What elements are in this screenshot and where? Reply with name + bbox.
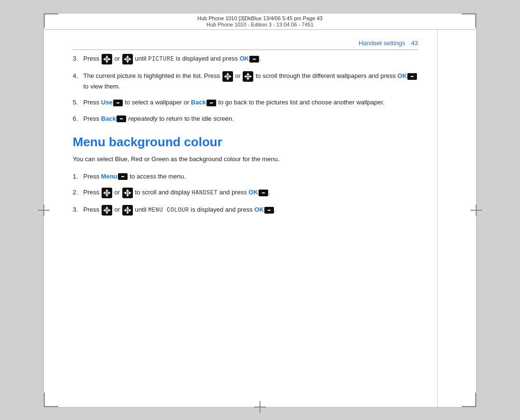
- blue-text: OK: [240, 55, 249, 62]
- section-intro: You can select Blue, Red or Green as the…: [73, 154, 418, 164]
- list-item-number: 1.: [73, 172, 83, 181]
- list-item: 5.Press Use to select a wallpaper or Bac…: [73, 98, 418, 107]
- page-title-bar: Handset settings 43: [73, 39, 418, 50]
- page-wrapper: Hub Phone 1010 [3]DkBlue 13/4/06 5:45 pm…: [43, 13, 477, 407]
- list-item: 2.Press or to scroll and display HANDSET…: [73, 188, 418, 198]
- list-item: 1.Press Menu to access the menu.: [73, 172, 418, 181]
- steps-list-bottom: 1.Press Menu to access the menu.2.Press …: [73, 172, 418, 216]
- list-item: 3.Press or until MENU COLOUR is displaye…: [73, 205, 418, 216]
- section-label: Handset settings: [359, 39, 405, 47]
- nav-button-icon: [102, 188, 112, 198]
- list-item-number: 5.: [73, 98, 83, 107]
- nav-button-icon: [122, 188, 133, 198]
- list-item-content: Press Back repeatedly to return to the i…: [83, 114, 418, 124]
- list-item-number: 2.: [73, 188, 83, 198]
- content-column: Handset settings 43 3.Press or until PIC…: [44, 30, 438, 407]
- soft-key-icon: [259, 190, 268, 196]
- list-item: 3.Press or until PICTURE is displayed an…: [73, 54, 418, 64]
- nav-button-icon: [243, 71, 253, 82]
- nav-button-icon: [102, 54, 112, 64]
- soft-key-icon: [118, 173, 128, 180]
- page-header-block: Hub Phone 1010 [3]DkBlue 13/4/06 5:45 pm…: [44, 13, 476, 30]
- list-item-number: 3.: [73, 54, 83, 64]
- crosshair-bottom: [254, 401, 266, 413]
- section-heading: Menu background colour: [73, 135, 418, 150]
- list-item-content: Press or to scroll and display HANDSET a…: [83, 188, 418, 198]
- right-margin: [438, 30, 476, 407]
- svg-point-41: [105, 209, 108, 212]
- soft-key-icon: [117, 115, 126, 122]
- blue-text: Back: [191, 99, 206, 106]
- svg-point-29: [105, 192, 108, 194]
- nav-button-icon: [222, 71, 233, 82]
- svg-point-5: [105, 58, 108, 60]
- main-content: Handset settings 43 3.Press or until PIC…: [44, 30, 476, 407]
- mono-text: HANDSET: [192, 190, 218, 196]
- mono-text: PICTURE: [148, 56, 174, 63]
- list-item-content: Press Use to select a wallpaper or Back …: [83, 98, 418, 107]
- svg-point-47: [126, 209, 129, 212]
- corner-mark-tr: [462, 13, 476, 28]
- crosshair-left: [38, 204, 50, 216]
- list-item-content: Press or until PICTURE is displayed and …: [83, 54, 418, 64]
- list-item-content: The current picture is highlighted in th…: [83, 71, 418, 91]
- blue-text: Menu: [101, 173, 117, 180]
- blue-text: Back: [101, 115, 116, 122]
- corner-mark-bl: [44, 393, 58, 407]
- soft-key-icon: [407, 73, 417, 80]
- soft-key-icon: [249, 56, 259, 63]
- header-line1: Hub Phone 1010 [3]DkBlue 13/4/06 5:45 pm…: [197, 15, 323, 21]
- nav-button-icon: [122, 54, 133, 64]
- page-number: 43: [411, 39, 418, 47]
- list-item-content: Press or until MENU COLOUR is displayed …: [83, 205, 418, 216]
- soft-key-icon: [264, 207, 274, 214]
- list-item-number: 3.: [73, 205, 83, 216]
- list-item-content: Press Menu to access the menu.: [83, 172, 418, 181]
- soft-key-icon: [113, 100, 123, 106]
- svg-point-23: [247, 75, 249, 77]
- header-line2: Hub Phone 1010 - Edition 3 - 13.04.06 - …: [207, 22, 313, 27]
- list-item-number: 4.: [73, 71, 83, 91]
- blue-text: OK: [254, 206, 264, 213]
- blue-text: OK: [248, 189, 258, 196]
- corner-mark-tl: [44, 13, 58, 28]
- svg-point-35: [126, 192, 129, 194]
- soft-key-icon: [207, 100, 216, 106]
- steps-list-top: 3.Press or until PICTURE is displayed an…: [73, 54, 418, 124]
- italic-text: repeatedly: [129, 115, 158, 122]
- nav-button-icon: [102, 205, 112, 216]
- svg-point-17: [226, 75, 229, 77]
- list-item-number: 6.: [73, 114, 83, 124]
- svg-point-11: [126, 58, 129, 60]
- blue-text: OK: [398, 72, 407, 79]
- mono-text: MENU COLOUR: [148, 207, 189, 214]
- blue-text: Use: [101, 99, 113, 106]
- nav-button-icon: [122, 205, 133, 216]
- list-item: 6.Press Back repeatedly to return to the…: [73, 114, 418, 124]
- list-item: 4.The current picture is highlighted in …: [73, 71, 418, 91]
